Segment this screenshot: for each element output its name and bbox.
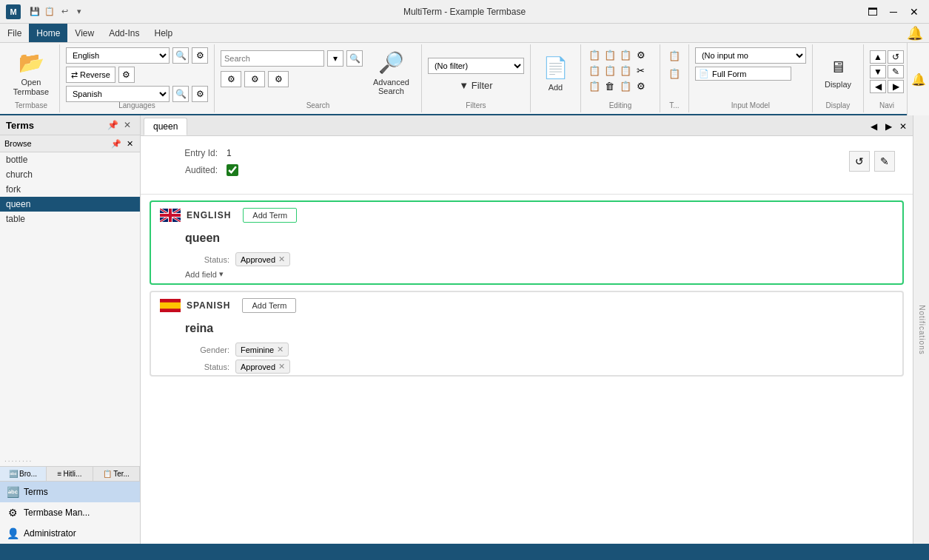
input-model-select[interactable]: (No input mo bbox=[695, 47, 806, 64]
maximize-button[interactable]: 🗖 bbox=[864, 4, 882, 19]
search-extra-btn2[interactable]: ⚙ bbox=[244, 71, 265, 87]
edit-icon-10[interactable]: 🗑 bbox=[603, 78, 617, 93]
reverse-button[interactable]: ⇄ Reverse bbox=[66, 67, 115, 83]
quick-copy-btn[interactable]: 📋 bbox=[43, 5, 56, 18]
target-lang-search-btn[interactable]: 🔍 bbox=[172, 86, 189, 102]
edit-icon-6[interactable]: 📋 bbox=[603, 63, 617, 78]
spanish-add-term-button[interactable]: Add Term bbox=[242, 298, 296, 313]
edit-icon-9[interactable]: 📋 bbox=[587, 78, 602, 93]
edit-icon-1[interactable]: 📋 bbox=[587, 47, 602, 62]
spanish-lang-name: SPANISH bbox=[187, 300, 230, 311]
search-go-btn[interactable]: 🔍 bbox=[346, 50, 363, 67]
quick-save-btn[interactable]: 💾 bbox=[28, 5, 41, 18]
sidebar-nav-terms[interactable]: 🔤 Terms bbox=[0, 482, 140, 502]
queen-tab[interactable]: queen bbox=[144, 118, 187, 135]
svg-rect-12 bbox=[160, 309, 181, 313]
sb-tab-terms[interactable]: 📋 Ter... bbox=[93, 467, 140, 481]
source-lang-config-btn[interactable]: ⚙ bbox=[192, 47, 208, 64]
navi-edit-btn[interactable]: ✎ bbox=[888, 65, 904, 78]
term-item-table[interactable]: table bbox=[0, 212, 140, 226]
app-title: MultiTerm - Example Termbase bbox=[403, 7, 526, 17]
reverse-config-btn[interactable]: ⚙ bbox=[118, 67, 135, 83]
edit-icon-11[interactable]: 📋 bbox=[618, 78, 633, 93]
menu-addins[interactable]: Add-Ins bbox=[101, 24, 147, 42]
menu-file[interactable]: File bbox=[0, 24, 29, 42]
quick-dropdown-btn[interactable]: ▾ bbox=[73, 5, 86, 18]
t-icon-1[interactable]: 📋 bbox=[666, 47, 683, 64]
navi-down-btn[interactable]: ▼ bbox=[870, 65, 886, 78]
edit-icon-12[interactable]: ⚙ bbox=[634, 78, 648, 93]
tab-close[interactable]: ✕ bbox=[896, 120, 910, 133]
administrator-label: Administrator bbox=[24, 528, 76, 539]
edit-icon-2[interactable]: 📋 bbox=[603, 47, 617, 62]
filter-select[interactable]: (No filter) bbox=[428, 58, 524, 74]
menu-view[interactable]: View bbox=[67, 24, 101, 42]
input-model-group-label: Input Model bbox=[731, 101, 770, 109]
search-input[interactable] bbox=[221, 50, 324, 67]
advanced-search-label: Advanced Search bbox=[373, 78, 409, 95]
sidebar-pin-btn[interactable]: 📌 bbox=[106, 118, 119, 132]
termbase-group-label: Termbase bbox=[15, 101, 47, 109]
ribbon-notification-icon[interactable]: 🔔 bbox=[911, 72, 926, 87]
browse-pin-btn[interactable]: 📌 bbox=[110, 138, 122, 149]
termbase-man-icon: ⚙ bbox=[6, 506, 19, 519]
source-language-select[interactable]: English bbox=[66, 47, 170, 64]
edit-icon-7[interactable]: 📋 bbox=[618, 63, 633, 78]
search-extra-row: ⚙ ⚙ ⚙ bbox=[221, 71, 363, 87]
tab-scroll-right[interactable]: ▶ bbox=[882, 120, 895, 133]
edit-icon-3[interactable]: 📋 bbox=[618, 47, 633, 62]
edit-icon-5[interactable]: 📋 bbox=[587, 63, 602, 78]
display-button[interactable]: 🖥 Display bbox=[819, 51, 857, 95]
content-scroll: Entry Id: 1 Audited: ↺ ✎ bbox=[141, 136, 913, 544]
quick-undo-btn[interactable]: ↩ bbox=[58, 5, 71, 18]
menu-help[interactable]: Help bbox=[147, 24, 181, 42]
entry-edit-btn[interactable]: ✎ bbox=[874, 151, 895, 172]
close-button[interactable]: ✕ bbox=[905, 4, 923, 19]
minimize-button[interactable]: ─ bbox=[885, 4, 902, 19]
english-add-field-button[interactable]: Add field ▾ bbox=[151, 268, 232, 283]
spanish-gender-remove[interactable]: ✕ bbox=[277, 345, 284, 354]
navi-left-btn[interactable]: ◀ bbox=[870, 80, 886, 93]
menu-home[interactable]: Home bbox=[29, 24, 67, 42]
search-dropdown-btn[interactable]: ▾ bbox=[327, 50, 343, 67]
sb-tab-browse[interactable]: 🔤 Bro... bbox=[0, 467, 47, 481]
audited-checkbox[interactable] bbox=[227, 164, 238, 176]
term-item-church[interactable]: church bbox=[0, 167, 140, 182]
target-lang-config-btn[interactable]: ⚙ bbox=[192, 86, 208, 102]
full-form-button[interactable]: 📄 Full Form bbox=[695, 67, 791, 81]
filter-btn[interactable]: ▼ Filter bbox=[456, 78, 495, 92]
term-item-queen[interactable]: queen bbox=[0, 197, 140, 212]
spanish-status-remove[interactable]: ✕ bbox=[278, 362, 285, 371]
spanish-gender-value: Feminine bbox=[241, 345, 274, 354]
sidebar-nav-termbase-man[interactable]: ⚙ Termbase Man... bbox=[0, 502, 140, 523]
entry-history-btn[interactable]: ↺ bbox=[849, 151, 870, 172]
sb-tab-hitlist[interactable]: ≡ Hitli... bbox=[47, 467, 93, 481]
term-item-fork[interactable]: fork bbox=[0, 182, 140, 197]
terms-tab-label: Ter... bbox=[113, 470, 130, 478]
english-status-remove[interactable]: ✕ bbox=[278, 254, 285, 264]
add-button[interactable]: 📄 Add bbox=[537, 47, 574, 99]
sidebar-close-btn[interactable]: ✕ bbox=[121, 118, 134, 132]
edit-icon-4[interactable]: ⚙ bbox=[634, 47, 648, 62]
source-lang-search-btn[interactable]: 🔍 bbox=[172, 47, 189, 64]
sidebar-nav-administrator[interactable]: 👤 Administrator bbox=[0, 523, 140, 544]
navi-up-btn[interactable]: ▲ bbox=[870, 50, 886, 64]
open-termbase-button[interactable]: 📂 Open Termbase bbox=[9, 47, 53, 99]
english-add-term-button[interactable]: Add Term bbox=[243, 208, 297, 223]
search-extra-btn1[interactable]: ⚙ bbox=[221, 71, 241, 87]
ribbon-languages-group: English 🔍 ⚙ ⇄ Reverse ⚙ Spanish 🔍 ⚙ Lang… bbox=[60, 44, 215, 112]
navi-right-btn[interactable]: ▶ bbox=[888, 80, 904, 93]
advanced-search-button[interactable]: 🔎 Advanced Search bbox=[367, 47, 415, 98]
tab-scroll-left[interactable]: ◀ bbox=[867, 120, 880, 133]
spanish-section-header: SPANISH Add Term bbox=[151, 292, 902, 319]
spanish-status-tag: Approved ✕ bbox=[235, 360, 290, 374]
sidebar-title: Terms bbox=[6, 120, 34, 131]
target-language-select[interactable]: Spanish bbox=[66, 86, 170, 102]
browse-close-btn[interactable]: ✕ bbox=[124, 138, 135, 149]
t-icon-2[interactable]: 📋 bbox=[666, 65, 683, 81]
notification-bell-top[interactable]: 🔔 bbox=[907, 25, 929, 41]
navi-refresh-btn[interactable]: ↺ bbox=[888, 50, 904, 64]
term-item-bottle[interactable]: bottle bbox=[0, 152, 140, 167]
edit-icon-8[interactable]: ✂ bbox=[634, 63, 648, 78]
search-extra-btn3[interactable]: ⚙ bbox=[268, 71, 289, 87]
